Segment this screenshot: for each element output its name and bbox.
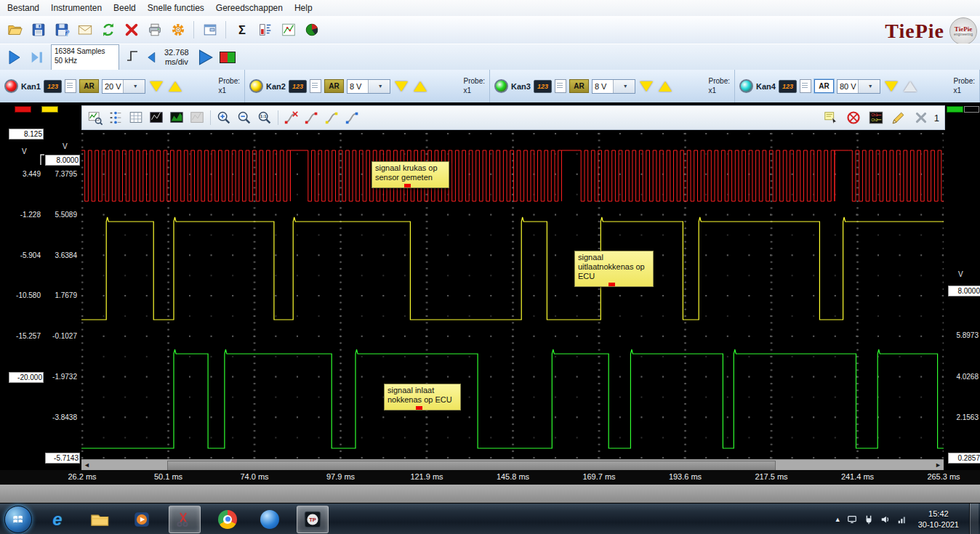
autorange-button[interactable]: AR xyxy=(814,79,834,93)
channel-settings-icon[interactable] xyxy=(65,79,76,93)
chevron-down-icon[interactable]: ▼ xyxy=(123,80,145,93)
autorange-button[interactable]: AR xyxy=(324,79,344,93)
taskbar-chrome-icon[interactable] xyxy=(212,506,243,533)
tray-volume-icon[interactable] xyxy=(880,514,891,525)
menu-item-instrumenten[interactable]: Instrumenten xyxy=(45,1,108,15)
sum-button[interactable]: Σ xyxy=(231,20,252,41)
record-settings-box[interactable]: 16384 Samples 50 kHz xyxy=(51,44,119,70)
tray-display-icon[interactable] xyxy=(847,514,858,525)
chevron-down-icon[interactable]: ▼ xyxy=(858,80,880,93)
timebase-increase-button[interactable] xyxy=(195,48,214,67)
right-axis-value[interactable]: 8.0000 xyxy=(948,286,980,296)
graph-disabled-button[interactable] xyxy=(188,108,206,127)
trigger-level-indicator-icon[interactable] xyxy=(150,81,163,92)
channel-led-icon[interactable] xyxy=(4,79,18,93)
range-select[interactable]: 8 V▼ xyxy=(347,79,390,94)
menu-item-bestand[interactable]: Bestand xyxy=(1,1,45,15)
start-measurement-button[interactable] xyxy=(6,49,23,66)
left-outer-axis-value[interactable]: -20.000 xyxy=(9,372,44,383)
chevron-down-icon[interactable]: ▼ xyxy=(368,80,390,93)
menu-item-snelle-functies[interactable]: Snelle functies xyxy=(142,1,210,15)
range-select[interactable]: 8 V▼ xyxy=(592,79,635,94)
taskbar-browser-icon[interactable] xyxy=(254,506,285,533)
range-select[interactable]: 80 V▼ xyxy=(837,79,880,94)
curve-style-blue-button[interactable] xyxy=(343,108,362,127)
trigger-hook-icon[interactable] xyxy=(38,153,45,169)
trigger-slope-icon[interactable] xyxy=(125,49,140,66)
annotation-note[interactable]: signaal krukas op sensor gemeten xyxy=(371,161,449,188)
timebase-decrease-button[interactable] xyxy=(145,51,158,64)
taskbar-explorer-icon[interactable] xyxy=(84,506,115,533)
scrollbar-thumb[interactable] xyxy=(167,461,776,471)
channel-settings-icon[interactable] xyxy=(555,79,566,93)
zoom-reset-button[interactable]: 1:1 xyxy=(255,108,274,127)
right-axis-value[interactable]: 0.2857 xyxy=(948,453,980,464)
trigger-level-indicator-icon[interactable] xyxy=(885,81,898,92)
scroll-right-arrow[interactable]: ► xyxy=(935,461,941,469)
annotation-note[interactable]: signaal uitlaatnokkenas op ECU xyxy=(574,251,654,287)
autorange-button[interactable]: AR xyxy=(79,79,99,93)
window-layout-button[interactable] xyxy=(199,20,220,41)
left-outer-axis-value[interactable]: 8.125 xyxy=(9,129,44,139)
taskbar-clock[interactable]: 15:42 30-10-2021 xyxy=(914,509,963,530)
channel-measure-icon[interactable]: 123 xyxy=(779,80,797,93)
oneshot-button[interactable] xyxy=(29,49,45,65)
data-table-button[interactable] xyxy=(126,108,145,127)
delete-button[interactable] xyxy=(121,20,142,41)
print-button[interactable] xyxy=(144,20,165,41)
trigger-level-indicator-icon[interactable] xyxy=(395,81,408,92)
edit-annotation-button[interactable] xyxy=(889,108,908,127)
menu-item-help[interactable]: Help xyxy=(289,1,318,15)
left-inner-axis-value[interactable]: 8.0000 xyxy=(45,155,80,166)
scope-plot[interactable]: signaal krukas op sensor gemetensignaal … xyxy=(81,131,944,459)
annotation-note[interactable]: signaal inlaat nokkenas op ECU xyxy=(384,384,461,410)
channel-settings-icon[interactable] xyxy=(800,79,811,93)
zoom-in-button[interactable] xyxy=(214,108,233,127)
taskbar-mediaplayer-icon[interactable] xyxy=(126,506,157,533)
curve-style-red-button[interactable] xyxy=(302,108,321,127)
curve-style-disabled-button[interactable] xyxy=(282,108,301,127)
save-button[interactable] xyxy=(28,20,49,41)
graph-measure-button[interactable] xyxy=(278,20,299,41)
taskbar-snippingtool-icon[interactable] xyxy=(169,506,201,533)
settings-gear-button[interactable] xyxy=(167,20,188,41)
channel-led-icon[interactable] xyxy=(494,79,508,93)
disable-markers-button[interactable] xyxy=(844,108,863,127)
close-button[interactable] xyxy=(912,108,931,127)
autorange-button[interactable]: AR xyxy=(569,79,589,93)
zoom-out-button[interactable] xyxy=(235,108,254,127)
graph-filled-view-button[interactable] xyxy=(167,108,186,127)
cursor-note-button[interactable] xyxy=(822,108,840,127)
mail-button[interactable] xyxy=(74,20,95,41)
object-tree-button[interactable] xyxy=(106,108,125,127)
tray-power-icon[interactable] xyxy=(864,514,875,525)
range-select[interactable]: 20 V▼ xyxy=(102,79,145,94)
scroll-left-arrow[interactable]: ◄ xyxy=(84,461,90,469)
channel-led-icon[interactable] xyxy=(249,79,263,93)
stream-mode-icon[interactable] xyxy=(220,52,236,63)
windows-start-orb[interactable] xyxy=(4,506,32,533)
channel-measure-icon[interactable]: 123 xyxy=(534,80,552,93)
channel-measure-icon[interactable]: 123 xyxy=(289,80,307,93)
tray-network-icon[interactable] xyxy=(897,514,908,525)
graph-view-button[interactable] xyxy=(147,108,166,127)
left-inner-axis-value[interactable]: -5.7143 xyxy=(45,453,80,464)
show-desktop-button[interactable] xyxy=(969,503,979,534)
graph-zoom-button[interactable] xyxy=(86,108,105,127)
meter-button[interactable] xyxy=(254,20,276,41)
horizontal-scrollbar[interactable]: ◄ ► xyxy=(81,459,944,471)
curve-style-yellow-button[interactable] xyxy=(323,108,342,127)
channel-led-icon[interactable] xyxy=(739,79,753,93)
show-hidden-icons-button[interactable]: ▲ xyxy=(835,516,841,523)
trigger-level-indicator-icon[interactable] xyxy=(640,81,653,92)
taskbar-ie-icon[interactable]: e xyxy=(42,506,73,533)
pie-chart-button[interactable] xyxy=(301,20,322,41)
taskbar-tiepie-icon[interactable]: TP xyxy=(297,506,329,533)
channel-legend-button[interactable]: Ch1Ch2 xyxy=(867,108,885,127)
save-help-button[interactable]: ? xyxy=(51,20,72,41)
channel-settings-icon[interactable] xyxy=(310,79,321,93)
channel-measure-icon[interactable]: 123 xyxy=(44,80,62,93)
menu-item-gereedschappen[interactable]: Gereedschappen xyxy=(210,1,289,15)
refresh-button[interactable] xyxy=(97,20,119,41)
open-button[interactable] xyxy=(4,20,25,41)
